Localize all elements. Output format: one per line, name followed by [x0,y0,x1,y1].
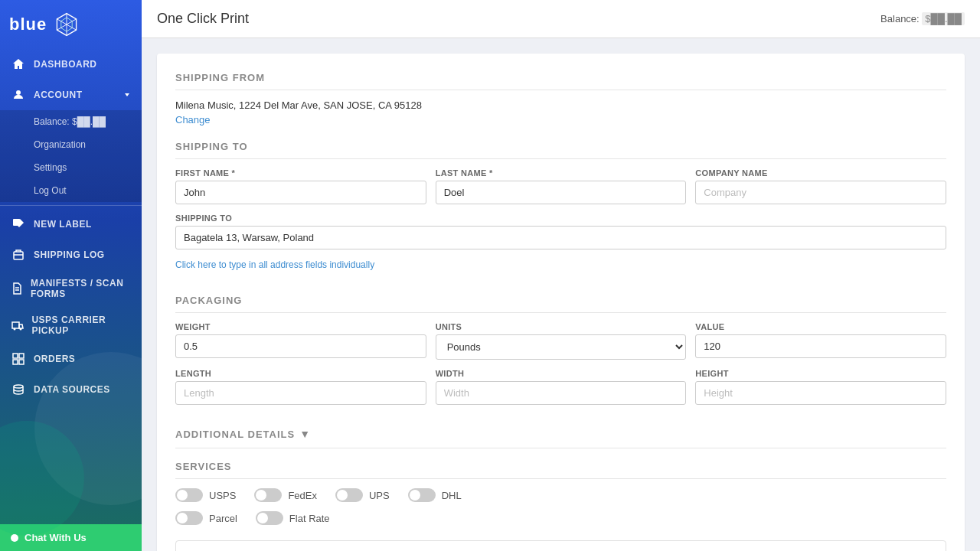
account-settings[interactable]: Settings [0,156,142,179]
name-row: FIRST NAME * LAST NAME * COMPANY NAME [175,168,946,204]
sidebar-item-manifests[interactable]: Manifests / Scan Forms [0,270,142,307]
svg-rect-14 [13,354,18,358]
weight-input[interactable] [175,334,426,358]
dhl-label: DHL [442,490,462,501]
first-name-group: FIRST NAME * [175,168,426,204]
service-parcel: Parcel [175,511,237,525]
sidebar-item-orders-label: Orders [34,354,75,364]
sidebar-item-account[interactable]: Account [0,80,142,110]
account-balance[interactable]: Balance: $██.██ [0,110,142,133]
packaging-title: PACKAGING [175,295,946,313]
weight-label: WEIGHT [175,322,426,331]
sidebar: blue Dashboard Account [0,0,142,551]
click-here-link[interactable]: Click here to type in all address fields… [175,259,374,270]
ups-toggle[interactable] [335,488,363,502]
services-row-2: Parcel Flat Rate [175,511,946,525]
svg-point-13 [19,328,21,331]
service-flatrate: Flat Rate [256,511,330,525]
account-submenu: Balance: $██.██ Organization Settings Lo… [0,110,142,202]
packaging-top-row: WEIGHT UNITS Pounds Ounces Kilograms Gra… [175,322,946,360]
balance-amount: $██.██ [922,12,965,25]
length-label: LENGTH [175,369,426,378]
additional-details-header[interactable]: ADDITIONAL DETAILS ▼ [175,420,946,448]
sidebar-item-dashboard-label: Dashboard [34,59,97,70]
length-input[interactable] [175,381,426,405]
sidebar-item-orders[interactable]: Orders [0,344,142,374]
database-icon [11,382,26,397]
dhl-toggle[interactable] [408,488,436,502]
sidebar-item-data-sources[interactable]: Data Sources [0,374,142,405]
international-bridge-logo [53,11,80,38]
fedex-toggle[interactable] [254,488,282,502]
address-label: SHIPPING TO [175,214,946,223]
parcel-toggle[interactable] [175,511,203,525]
sidebar-item-account-label: Account [34,90,83,100]
last-name-input[interactable] [436,181,687,204]
first-name-label: FIRST NAME * [175,168,426,178]
additional-details-label: ADDITIONAL DETAILS [175,429,295,440]
svg-point-12 [13,328,15,331]
account-logout[interactable]: Log Out [0,179,142,202]
height-input[interactable] [695,381,946,405]
address-input[interactable] [175,226,946,249]
chat-label: Chat With Us [24,532,87,543]
sidebar-item-usps-pickup[interactable]: USPS Carrier Pickup [0,307,142,344]
sidebar-navigation: Dashboard Account Balance: $██.██ Organi… [0,49,142,524]
parcel-label: Parcel [209,513,237,524]
account-organization[interactable]: Organization [0,133,142,156]
svg-point-5 [16,90,21,95]
service-ups: UPS [335,488,390,502]
result-item-0[interactable]: USPS First Class International Parcels C… [175,540,946,551]
flatrate-toggle[interactable] [256,511,283,525]
nav-divider [0,205,142,206]
main-content: One Click Print Balance: $██.██ SHIPPING… [142,0,980,551]
sidebar-item-new-label-label: New Label [34,219,92,230]
sidebar-item-usps-pickup-label: USPS Carrier Pickup [31,315,131,336]
person-icon [11,87,26,103]
services-row-1: USPS FedEx UPS DHL [175,488,946,502]
company-name-group: COMPANY NAME [695,168,946,204]
chevron-down-icon: ▼ [299,428,311,440]
units-select[interactable]: Pounds Ounces Kilograms Grams [436,334,687,360]
svg-point-18 [14,385,23,388]
service-fedex: FedEx [254,488,317,502]
shipping-from-address: Milena Music, 1224 Del Mar Ave, SAN JOSE… [175,99,946,111]
chevron-down-icon [123,91,131,99]
services-title: SERVICES [175,461,946,479]
page-title: One Click Print [157,11,249,27]
topbar: One Click Print Balance: $██.██ [142,0,980,38]
width-group: WIDTH [436,369,687,405]
usps-toggle[interactable] [175,488,203,502]
sidebar-item-dashboard[interactable]: Dashboard [0,49,142,80]
value-input[interactable] [695,334,946,358]
shipping-to-title: SHIPPING TO [175,141,946,159]
shipping-results: USPS First Class International Parcels C… [175,540,946,551]
length-group: LENGTH [175,369,426,405]
last-name-label: LAST NAME * [436,168,687,178]
chat-button[interactable]: Chat With Us [0,524,142,551]
packaging-section: PACKAGING WEIGHT UNITS Pounds Ounces Kil… [175,295,946,405]
sidebar-item-new-label[interactable]: New Label [0,209,142,240]
service-usps: USPS [175,488,236,502]
balance-label: Balance: [880,13,922,24]
weight-group: WEIGHT [175,322,426,360]
change-address-link[interactable]: Change [175,114,211,126]
sidebar-item-shipping-log[interactable]: Shipping Log [0,240,142,270]
last-name-group: LAST NAME * [436,168,687,204]
svg-rect-7 [14,252,23,259]
units-label: UNITS [436,322,687,331]
tag-icon [11,217,26,232]
width-input[interactable] [436,381,687,405]
usps-label: USPS [209,490,236,501]
units-group: UNITS Pounds Ounces Kilograms Grams [436,322,687,360]
shipping-from-title: SHIPPING FROM [175,72,946,90]
shipping-to-section: SHIPPING TO FIRST NAME * LAST NAME * COM… [175,141,946,279]
first-name-input[interactable] [175,181,426,204]
services-section: SERVICES USPS FedEx UPS DHL [175,461,946,525]
balance-display: Balance: $██.██ [880,13,965,24]
sidebar-item-data-sources-label: Data Sources [34,384,110,395]
brand-logo: blue [9,15,47,34]
company-name-input[interactable] [695,181,946,204]
ups-label: UPS [369,490,390,501]
svg-rect-11 [12,322,19,328]
